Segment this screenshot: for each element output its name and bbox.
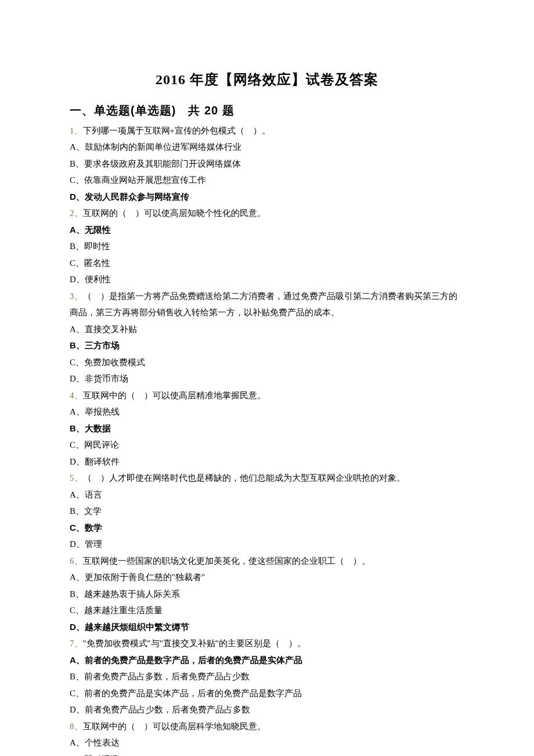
option: B、即时性 [70, 238, 464, 255]
option-text: 前者免费产品占多数，后者免费产品占少数 [84, 672, 250, 681]
question-number: 1、 [70, 126, 83, 135]
option-text: 依靠商业网站开展思想宣传工作 [84, 175, 206, 185]
question-text: （ ）是指第一方将产品免费赠送给第二方消费者，通过免费产品吸引第二方消费者购买第… [70, 291, 457, 318]
option-text: 更加依附于善良仁慈的"独裁者" [85, 573, 205, 582]
option: D、越来越厌烦组织中繁文缛节 [70, 619, 464, 636]
option-label: A、 [70, 142, 85, 152]
option-text: 便利性 [85, 275, 111, 284]
option-label: C、 [70, 606, 84, 615]
option: C、网民评论 [70, 437, 464, 453]
option-label: A、 [70, 490, 85, 499]
option: D、非货币市场 [70, 370, 464, 387]
question-number: 2、 [70, 208, 83, 218]
option: B、即时通讯 [70, 751, 464, 756]
option: A、直接交叉补贴 [70, 321, 464, 338]
option-label: D、 [70, 275, 85, 284]
option-text: 前者的免费产品是实体产品，后者的免费产品是数字产品 [84, 689, 302, 698]
option-label: D、 [70, 539, 85, 549]
question-text: 互联网中的（ ）可以使高层精准地掌握民意。 [83, 391, 266, 400]
option-label: B、 [70, 159, 84, 168]
option-label: A、 [70, 325, 85, 334]
question-text: 互联网中的（ ）可以使高层科学地知晓民意。 [83, 722, 266, 731]
option-label: B、 [70, 340, 85, 350]
option-label: A、 [70, 225, 85, 235]
question-number: 5、 [70, 473, 83, 483]
option-label: C、 [70, 175, 84, 185]
question-stem: 8、互联网中的（ ）可以使高层科学地知晓民意。 [70, 718, 464, 735]
option-text: 前者的免费产品是数字产品，后者的免费产品是实体产品 [85, 655, 302, 665]
question-stem: 1、下列哪一项属于互联网+宣传的外包模式（ ）。 [70, 123, 464, 139]
option-text: 前者免费产品占少数，后者免费产品占多数 [85, 705, 250, 714]
option-text: 数学 [85, 523, 102, 532]
question-stem: 7、"免费加收费模式"与"直接交叉补贴"的主要区别是（ ）。 [70, 635, 464, 652]
question-text: 互联网使一些国家的职场文化更加美英化，使这些国家的企业职工（ ）。 [83, 556, 370, 566]
question-stem: 4、互联网中的（ ）可以使高层精准地掌握民意。 [70, 387, 464, 404]
question-number: 6、 [70, 556, 83, 566]
question-number: 3、 [70, 291, 83, 301]
option: C、越来越注重生活质量 [70, 602, 464, 619]
question-stem: 6、互联网使一些国家的职场文化更加美英化，使这些国家的企业职工（ ）。 [70, 553, 464, 570]
question-text: "免费加收费模式"与"直接交叉补贴"的主要区别是（ ）。 [83, 639, 306, 648]
option-text: 越来越热衷于搞人际关系 [84, 589, 180, 599]
option-text: 越来越注重生活质量 [84, 606, 163, 615]
option-label: B、 [70, 506, 84, 516]
option-text: 要求各级政府及其职能部门开设网络媒体 [84, 159, 241, 168]
option-text: 直接交叉补贴 [85, 325, 137, 334]
question-text: （ ）人才即使在网络时代也是稀缺的，他们总能成为大型互联网企业哄抢的对象。 [83, 473, 405, 483]
exam-page: 2016 年度【网络效应】试卷及答案 一、单选题(单选题) 共 20 题 1、下… [0, 0, 534, 756]
option-label: D、 [70, 192, 85, 201]
option-text: 无限性 [85, 225, 111, 235]
option: B、三方市场 [70, 337, 464, 354]
option-label: D、 [70, 457, 85, 466]
option-label: A、 [70, 655, 85, 665]
option: A、语言 [70, 487, 464, 503]
option: C、依靠商业网站开展思想宣传工作 [70, 172, 464, 189]
option-text: 语言 [85, 490, 102, 499]
question-number: 7、 [70, 639, 83, 648]
option: A、鼓励体制内的新闻单位进军网络媒体行业 [70, 139, 464, 156]
option-text: 鼓励体制内的新闻单位进军网络媒体行业 [85, 142, 241, 152]
option-text: 匿名性 [84, 258, 110, 268]
option-label: B、 [70, 423, 85, 433]
section-header: 一、单选题(单选题) 共 20 题 [70, 99, 464, 121]
question-stem: 3、（ ）是指第一方将产品免费赠送给第二方消费者，通过免费产品吸引第二方消费者购… [70, 288, 464, 321]
option-label: C、 [70, 689, 84, 698]
option-text: 大数据 [85, 423, 111, 433]
question-text: 下列哪一项属于互联网+宣传的外包模式（ ）。 [83, 126, 270, 135]
option-text: 三方市场 [85, 340, 120, 350]
option-text: 越来越厌烦组织中繁文缛节 [85, 622, 189, 632]
option-text: 发动人民群众参与网络宣传 [85, 192, 189, 201]
page-title: 2016 年度【网络效应】试卷及答案 [70, 67, 464, 93]
option-label: B、 [70, 589, 84, 599]
option: A、个性表达 [70, 735, 464, 751]
option: C、匿名性 [70, 255, 464, 272]
option: A、举报热线 [70, 404, 464, 420]
option: A、无限性 [70, 222, 464, 239]
option: B、要求各级政府及其职能部门开设网络媒体 [70, 156, 464, 172]
option-text: 个性表达 [85, 738, 120, 747]
option-label: D、 [70, 705, 85, 714]
option-label: A、 [70, 573, 85, 582]
option-label: B、 [70, 672, 84, 681]
option: B、大数据 [70, 420, 464, 437]
question-number: 8、 [70, 722, 83, 731]
option: C、免费加收费模式 [70, 354, 464, 371]
option-text: 即时性 [84, 242, 110, 251]
option-label: C、 [70, 440, 84, 449]
option-label: B、 [70, 242, 84, 251]
option-label: C、 [70, 258, 84, 268]
questions-container: 1、下列哪一项属于互联网+宣传的外包模式（ ）。A、鼓励体制内的新闻单位进军网络… [70, 123, 464, 756]
option-text: 管理 [85, 539, 102, 549]
option-label: D、 [70, 622, 85, 632]
option: D、前者免费产品占少数，后者免费产品占多数 [70, 701, 464, 718]
option-text: 举报热线 [85, 407, 120, 416]
option: B、前者免费产品占多数，后者免费产品占少数 [70, 668, 464, 685]
option: B、越来越热衷于搞人际关系 [70, 586, 464, 603]
option-label: D、 [70, 374, 85, 383]
option: A、更加依附于善良仁慈的"独裁者" [70, 569, 464, 586]
option: C、前者的免费产品是实体产品，后者的免费产品是数字产品 [70, 685, 464, 702]
option-label: A、 [70, 738, 85, 747]
option: C、数学 [70, 520, 464, 537]
option-label: A、 [70, 407, 85, 416]
option-label: C、 [70, 523, 85, 532]
